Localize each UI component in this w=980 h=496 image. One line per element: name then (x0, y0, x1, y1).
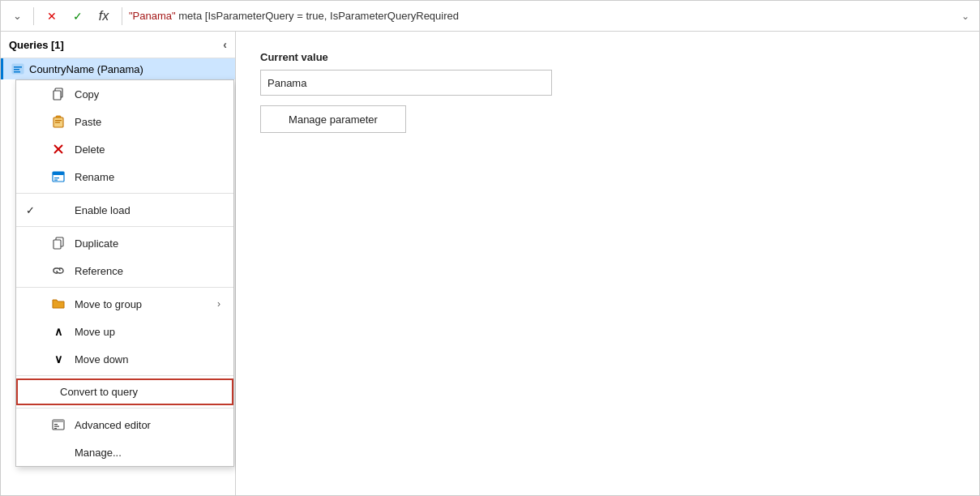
formula-confirm-button[interactable]: ✓ (66, 5, 89, 28)
menu-check-enable-load: ✓ (26, 204, 42, 216)
menu-icon-manage (50, 444, 66, 460)
menu-item-advanced-editor[interactable]: Advanced editor (16, 411, 233, 438)
formula-bar: ⌄ ✕ ✓ fx "Panama" meta [IsParameterQuery… (1, 1, 979, 32)
menu-label-delete: Delete (75, 143, 220, 156)
menu-divider-4 (16, 375, 233, 376)
svg-rect-21 (54, 426, 59, 427)
current-value-label: Current value (260, 51, 955, 63)
menu-item-manage[interactable]: Manage... (16, 438, 233, 466)
svg-rect-14 (54, 177, 59, 178)
menu-item-duplicate[interactable]: Duplicate (16, 229, 233, 257)
svg-rect-1 (14, 66, 22, 68)
query-item-label: CountryName (Panama) (29, 63, 143, 75)
menu-label-copy: Copy (75, 88, 220, 100)
formula-cancel-button[interactable]: ✕ (41, 5, 63, 28)
formula-fx-button[interactable]: fx (92, 5, 115, 28)
menu-label-move-to-group: Move to group (75, 298, 209, 310)
formula-string-part: "Panama" (129, 10, 176, 22)
menu-item-reference[interactable]: Reference (16, 257, 233, 284)
sidebar: Queries [1] ‹ CountryName (Panama) (1, 32, 236, 495)
sidebar-header: Queries [1] ‹ (1, 32, 235, 58)
context-menu: Copy Paste Delete (15, 79, 234, 467)
menu-arrow-move-to-group: › (217, 298, 220, 310)
svg-rect-2 (14, 69, 19, 71)
svg-rect-3 (14, 71, 20, 73)
menu-label-convert-to-query: Convert to query (60, 386, 219, 398)
menu-label-move-up: Move up (75, 326, 220, 338)
menu-label-advanced-editor: Advanced editor (75, 419, 220, 431)
svg-rect-20 (54, 424, 58, 425)
menu-icon-paste (50, 113, 66, 130)
manage-parameter-button[interactable]: Manage parameter (260, 105, 406, 133)
menu-label-reference: Reference (75, 265, 220, 277)
svg-rect-9 (55, 122, 60, 123)
menu-divider-2 (16, 226, 233, 227)
formula-expand-button[interactable]: ⌄ (958, 7, 973, 25)
svg-rect-22 (54, 428, 57, 429)
formula-sep1 (33, 7, 34, 25)
sidebar-title: Queries [1] (9, 39, 64, 51)
svg-rect-13 (53, 172, 64, 175)
menu-icon-enable-load (50, 202, 66, 218)
content-area: Current value Manage parameter (236, 32, 979, 495)
menu-item-enable-load[interactable]: ✓ Enable load (16, 196, 233, 224)
menu-label-duplicate: Duplicate (75, 237, 220, 250)
menu-icon-move-to-group (50, 296, 66, 312)
menu-label-enable-load: Enable load (75, 204, 220, 216)
menu-item-paste[interactable]: Paste (16, 108, 233, 135)
menu-divider-1 (16, 193, 233, 194)
formula-expression: "Panama" meta [IsParameterQuery = true, … (129, 10, 955, 22)
menu-label-manage: Manage... (75, 447, 220, 459)
formula-down-chevron[interactable]: ⌄ (7, 6, 27, 26)
svg-rect-19 (53, 420, 64, 422)
menu-item-move-down[interactable]: ∨ Move down (16, 345, 233, 373)
menu-icon-copy (50, 86, 66, 102)
menu-icon-move-up: ∧ (50, 323, 66, 340)
menu-item-move-to-group[interactable]: Move to group › (16, 290, 233, 318)
menu-item-delete[interactable]: Delete (16, 135, 233, 163)
query-item-countryname[interactable]: CountryName (Panama) (1, 58, 235, 79)
formula-sep2 (122, 7, 122, 25)
svg-rect-8 (55, 120, 62, 121)
menu-item-move-up[interactable]: ∧ Move up (16, 318, 233, 345)
menu-label-paste: Paste (75, 116, 220, 128)
menu-divider-3 (16, 287, 233, 288)
menu-divider-5 (16, 408, 233, 408)
menu-icon-reference (50, 263, 66, 279)
svg-rect-17 (53, 240, 61, 249)
main-area: Queries [1] ‹ CountryName (Panama) (1, 32, 979, 495)
menu-icon-duplicate (50, 235, 66, 251)
menu-icon-delete (50, 141, 66, 157)
menu-label-move-down: Move down (75, 353, 220, 366)
menu-icon-move-down: ∨ (50, 351, 66, 367)
menu-label-rename: Rename (75, 171, 220, 183)
svg-rect-5 (53, 91, 61, 100)
menu-icon-advanced-editor (50, 417, 66, 433)
svg-rect-15 (54, 180, 58, 181)
sidebar-collapse-button[interactable]: ‹ (223, 38, 227, 51)
current-value-input[interactable] (260, 70, 552, 96)
menu-item-copy[interactable]: Copy (16, 80, 233, 108)
formula-meta-part: meta [IsParameterQuery = true, IsParamet… (178, 10, 459, 22)
menu-item-convert-to-query[interactable]: Convert to query (16, 378, 233, 405)
menu-item-rename[interactable]: Rename (16, 163, 233, 190)
menu-icon-rename (50, 169, 66, 185)
query-item-icon (11, 62, 24, 75)
